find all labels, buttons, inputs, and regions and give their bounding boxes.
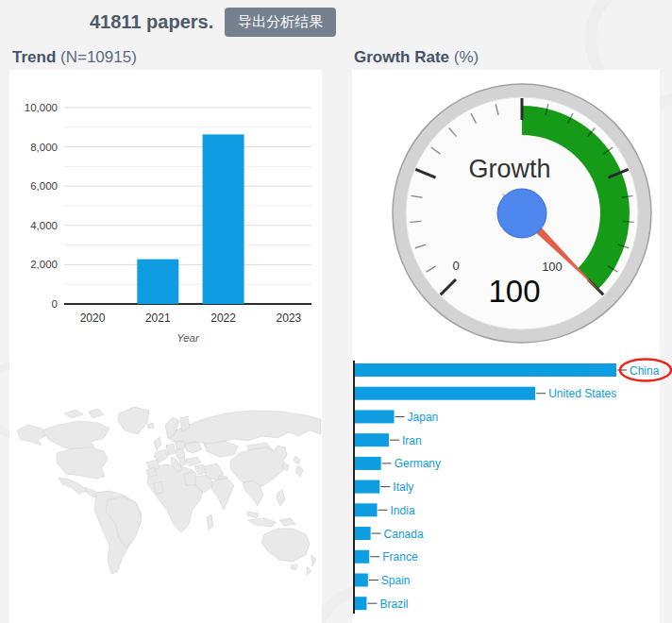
map-country-mali[interactable]: [154, 481, 163, 494]
trend-ytick-6,000: 6,000: [30, 180, 58, 192]
map-country-iceland[interactable]: [147, 423, 154, 429]
ranking-bar-china[interactable]: [355, 363, 616, 377]
export-results-button[interactable]: 导出分析结果: [225, 8, 336, 37]
map-country-poland[interactable]: [176, 441, 185, 449]
map-country-ukraine[interactable]: [185, 442, 202, 453]
papers-count-label: 41811 papers.: [90, 11, 213, 33]
map-country-malaysia[interactable]: [247, 512, 259, 518]
map-country-japan[interactable]: [295, 465, 303, 477]
ranking-label-germany[interactable]: Germany: [395, 457, 441, 470]
trend-xtick-2021: 2021: [145, 312, 171, 325]
map-country-indonesia[interactable]: [248, 518, 276, 527]
map-country-germany[interactable]: [166, 444, 176, 455]
gauge-tick: [410, 221, 421, 222]
ranking-bar-italy[interactable]: [355, 480, 379, 494]
gauge-value-label: 100: [488, 274, 540, 309]
ranking-label-india[interactable]: India: [391, 504, 415, 517]
ranking-bar-brazil[interactable]: [355, 597, 366, 610]
ranking-bar-united-states[interactable]: [355, 387, 535, 400]
ranking-label-spain[interactable]: Spain: [381, 574, 411, 587]
gauge-needle-hub: [497, 189, 546, 238]
trend-ytick-2,000: 2,000: [30, 259, 58, 270]
map-country-greece[interactable]: [179, 458, 186, 465]
trend-bar-chart[interactable]: 02,0004,0006,0008,00010,0002020202120222…: [9, 70, 322, 353]
ranking-label-iran[interactable]: Iran: [402, 434, 422, 447]
ranking-label-france[interactable]: France: [382, 550, 418, 564]
growth-title-unit: (%): [449, 48, 479, 66]
map-country-uk[interactable]: [154, 437, 161, 450]
map-country-canada[interactable]: [64, 410, 83, 418]
map-country-australia[interactable]: [261, 529, 310, 562]
gauge-max-label: 100: [542, 260, 563, 274]
map-country-new-zealand[interactable]: [311, 555, 316, 566]
ranking-bar-germany[interactable]: [355, 457, 381, 470]
ranking-bar-india[interactable]: [355, 503, 378, 516]
map-country-india[interactable]: [211, 478, 234, 510]
header-bar: 41811 papers. 导出分析结果: [0, 0, 672, 43]
map-country-mexico[interactable]: [59, 478, 87, 494]
trend-title-count: (N=10915): [56, 48, 137, 66]
map-country-china[interactable]: [230, 446, 287, 489]
map-country-greenland[interactable]: [118, 407, 149, 434]
growth-and-ranking-panel: 0100Growth100 ChinaUnited StatesJapanIra…: [352, 70, 660, 623]
trend-and-map-panel: 02,0004,0006,0008,00010,0002020202120222…: [9, 70, 322, 623]
map-country-canada[interactable]: [42, 421, 109, 451]
gauge-tick: [623, 221, 634, 222]
map-region-balkans[interactable]: [176, 448, 185, 459]
trend-ytick-10,000: 10,000: [25, 102, 58, 113]
map-country-turkey[interactable]: [184, 457, 201, 466]
trend-xtick-2023: 2023: [277, 312, 302, 325]
country-ranking-chart[interactable]: ChinaUnited StatesJapanIranGermanyItalyI…: [352, 361, 664, 623]
ranking-bar-france[interactable]: [355, 550, 369, 564]
world-map[interactable]: [9, 387, 322, 619]
trend-ytick-0: 0: [52, 298, 58, 310]
map-country-japan[interactable]: [294, 456, 300, 464]
ranking-label-italy[interactable]: Italy: [393, 480, 413, 494]
map-country-canada[interactable]: [89, 409, 104, 418]
ranking-bar-spain[interactable]: [355, 573, 368, 586]
map-country-tasmania[interactable]: [291, 564, 297, 570]
map-country-new-zealand[interactable]: [307, 566, 311, 575]
ranking-bar-canada[interactable]: [355, 527, 371, 540]
ranking-label-brazil[interactable]: Brazil: [379, 598, 408, 611]
trend-ytick-8,000: 8,000: [30, 142, 58, 153]
growth-title-text: Growth Rate: [354, 48, 449, 66]
gauge-title-label: Growth: [468, 155, 550, 183]
trend-bar-2022[interactable]: [203, 134, 244, 304]
ranking-label-united-states[interactable]: United States: [548, 387, 616, 400]
trend-xaxis-title: Year: [176, 332, 200, 344]
trend-bar-2021[interactable]: [137, 260, 178, 304]
ranking-label-china[interactable]: China: [630, 364, 660, 378]
map-country-alaska[interactable]: [17, 425, 45, 446]
growth-panel-title: Growth Rate (%): [354, 48, 479, 67]
trend-panel-title: Trend (N=10915): [12, 48, 137, 67]
map-country-madagascar[interactable]: [207, 514, 213, 530]
ranking-bar-iran[interactable]: [355, 433, 389, 446]
map-country-philippines[interactable]: [277, 490, 285, 506]
growth-gauge[interactable]: 0100Growth100: [352, 70, 660, 355]
trend-title-text: Trend: [12, 48, 56, 66]
trend-ytick-4,000: 4,000: [30, 220, 58, 231]
ranking-label-canada[interactable]: Canada: [384, 528, 424, 541]
trend-xtick-2020: 2020: [80, 312, 106, 325]
map-country-indonesia[interactable]: [279, 518, 295, 526]
map-country-russia[interactable]: [168, 411, 321, 444]
ranking-label-japan[interactable]: Japan: [408, 411, 439, 424]
gauge-min-label: 0: [452, 259, 459, 273]
ranking-bar-japan[interactable]: [355, 410, 395, 423]
map-country-usa[interactable]: [57, 447, 108, 479]
trend-xtick-2022: 2022: [210, 312, 236, 325]
